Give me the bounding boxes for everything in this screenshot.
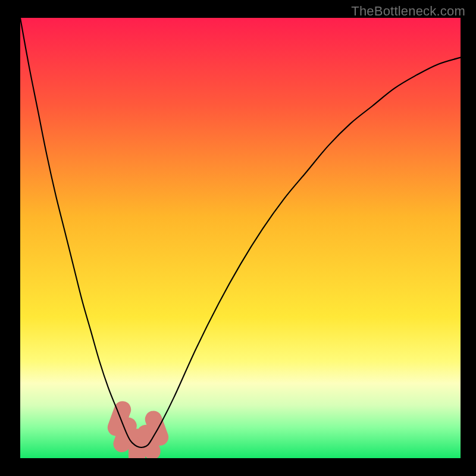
plot-area bbox=[20, 18, 461, 458]
chart-frame: TheBottleneck.com bbox=[0, 0, 476, 476]
chart-svg bbox=[20, 18, 461, 458]
gradient-background bbox=[20, 18, 461, 458]
watermark-text: TheBottleneck.com bbox=[351, 4, 465, 19]
